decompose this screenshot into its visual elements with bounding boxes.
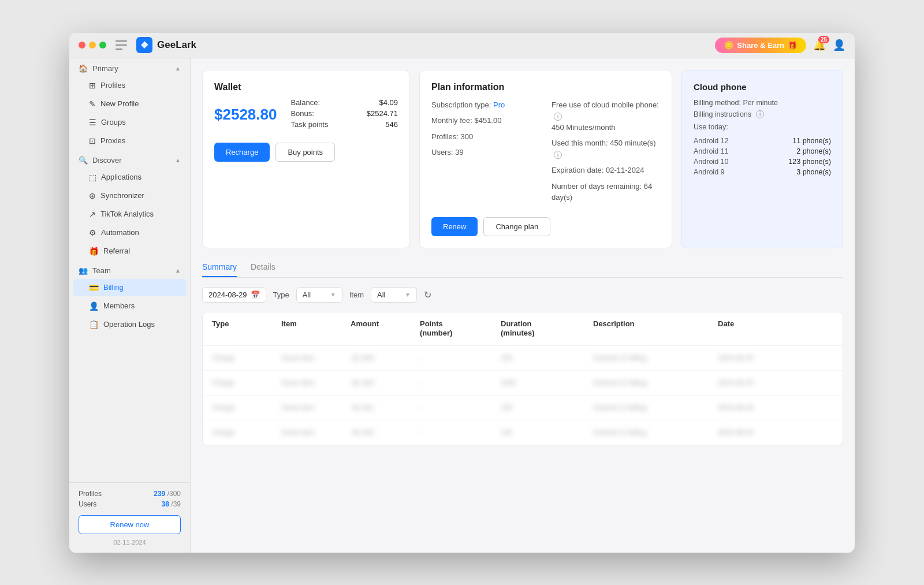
bonus-value: $2524.71 [367, 109, 398, 118]
renew-now-button[interactable]: Renew now [79, 515, 181, 534]
item-filter-select[interactable]: All ▼ [371, 287, 417, 303]
proxies-label: Proxies [100, 136, 125, 145]
cloud-phone-info-icon[interactable]: i [554, 113, 562, 121]
share-earn-button[interactable]: 🪙 Share & Earn 🎁 [715, 38, 806, 53]
sidebar-item-billing[interactable]: 💳 Billing [73, 279, 187, 296]
android11-row: Android 11 2 phone(s) [694, 147, 831, 155]
plan-profiles-row: Profiles: 300 [431, 131, 540, 143]
android12-count: 11 phone(s) [792, 137, 831, 145]
coin-icon: 🪙 [724, 41, 733, 50]
team-section-header[interactable]: 👥 Team ▲ [69, 260, 190, 278]
cloud-phone-card: Cloud phone Billing method: Per minute B… [681, 70, 843, 248]
date-filter[interactable]: 2024-08-29 📅 [202, 287, 266, 303]
row4-duration: 100 [501, 428, 593, 437]
app-name: GeeLark [157, 39, 196, 51]
primary-section-header[interactable]: 🏠 Primary ▲ [69, 58, 190, 76]
sidebar-item-automation[interactable]: ⚙ Automation [73, 224, 187, 241]
sidebar-item-profiles[interactable]: ⊞ Profiles [73, 77, 187, 94]
row4-points: - [420, 428, 501, 437]
android11-label: Android 11 [694, 147, 728, 155]
synchronizer-label: Synchronizer [100, 191, 144, 200]
plan-users-value: 39 [455, 148, 463, 157]
users-stat: Users 38 /39 [79, 500, 181, 508]
billing-method-value: Per minute [743, 99, 777, 107]
wallet-points-row: Task points 546 [290, 120, 398, 129]
row3-points: - [420, 404, 501, 412]
operation-logs-label: Operation Logs [103, 320, 155, 329]
sidebar-item-new-profile[interactable]: ✎ New Profile [73, 95, 187, 113]
sidebar-item-members[interactable]: 👤 Members [73, 297, 187, 315]
change-plan-button[interactable]: Change plan [483, 217, 550, 236]
cloud-phone-value: 450 Minutes/month [552, 123, 616, 132]
logo-area: GeeLark [136, 37, 196, 53]
table-row: Charge Some Item -$1.000 - 1000 Android … [203, 371, 843, 396]
titlebar-right: 🪙 Share & Earn 🎁 🔔 25 👤 [715, 38, 845, 53]
profiles-stat-label: Profiles [79, 490, 102, 498]
close-button[interactable] [79, 42, 85, 49]
cloud-phones-list: Android 12 11 phone(s) Android 11 2 phon… [694, 137, 831, 176]
wallet-actions: Recharge Buy points [214, 143, 398, 162]
sidebar-item-groups[interactable]: ☰ Groups [73, 114, 187, 131]
row3-item: Some Item [281, 404, 351, 412]
row2-type: Charge [212, 379, 281, 387]
col-item: Item [281, 319, 351, 339]
groups-label: Groups [101, 118, 126, 126]
billing-method-label: Billing method: [694, 99, 741, 107]
primary-section-label: Primary [92, 64, 118, 73]
days-remaining-row: Number of days remaining: 64 day(s) [552, 181, 660, 203]
sidebar-item-tiktok-analytics[interactable]: ↗ TikTok Analytics [73, 206, 187, 223]
discover-section-header[interactable]: 🔍 Discover ▲ [69, 150, 190, 168]
team-icon: 👥 [79, 266, 88, 275]
plan-left: Subscription type: Pro Monthly fee: $451… [431, 99, 540, 208]
user-profile-button[interactable]: 👤 [833, 39, 845, 51]
used-info-icon[interactable]: i [554, 151, 562, 159]
android10-label: Android 10 [694, 158, 728, 166]
row4-description: Android 12 billing [593, 428, 718, 437]
expiration-date-row: Expiration date: 02-11-2024 [552, 165, 660, 176]
recharge-button[interactable]: Recharge [214, 143, 270, 162]
profiles-total: /300 [167, 490, 181, 498]
subscription-type-row: Subscription type: Pro [431, 99, 540, 111]
notification-button[interactable]: 🔔 25 [813, 39, 826, 51]
minimize-button[interactable] [89, 42, 96, 49]
sidebar-item-synchronizer[interactable]: ⊕ Synchronizer [73, 187, 187, 204]
sidebar-item-proxies[interactable]: ⊡ Proxies [73, 132, 187, 150]
sidebar-item-applications[interactable]: ⬚ Applications [73, 169, 187, 186]
table-row: Charge Some Item -$1.000 - 100 Android 1… [203, 346, 843, 371]
tab-details[interactable]: Details [251, 258, 275, 277]
col-type: Type [212, 319, 281, 339]
android9-count: 3 phone(s) [796, 168, 831, 176]
row1-type: Charge [212, 354, 281, 362]
table-row: Charge Some Item -$1.000 - 100 Android 1… [203, 420, 843, 445]
tab-summary[interactable]: Summary [202, 258, 237, 277]
row4-type: Charge [212, 428, 281, 437]
used-this-month-value: 450 minute(s) [610, 139, 655, 147]
sidebar-toggle-button[interactable] [116, 40, 127, 50]
groups-icon: ☰ [89, 118, 96, 127]
sidebar-item-operation-logs[interactable]: 📋 Operation Logs [73, 316, 187, 333]
refresh-button[interactable]: ↻ [424, 289, 431, 300]
balance-value: $4.09 [379, 98, 398, 107]
table-row: Charge Some Item -$1.001 - 100 Android 1… [203, 396, 843, 420]
proxies-icon: ⊡ [89, 136, 96, 146]
sidebar-item-referral[interactable]: 🎁 Referral [73, 243, 187, 260]
type-filter-select[interactable]: All ▼ [296, 287, 342, 303]
plan-body: Subscription type: Pro Monthly fee: $451… [431, 99, 660, 208]
notification-badge: 25 [818, 36, 829, 43]
renew-plan-button[interactable]: Renew [431, 217, 478, 236]
maximize-button[interactable] [99, 42, 106, 49]
primary-chevron-icon: ▲ [175, 65, 181, 72]
wallet-title: Wallet [214, 82, 398, 92]
row3-amount: -$1.001 [351, 404, 420, 412]
plan-right: Free use of cloud mobile phone: i 450 Mi… [552, 99, 660, 208]
row1-points: - [420, 354, 501, 362]
main-layout: 🏠 Primary ▲ ⊞ Profiles ✎ New Profile ☰ G… [69, 58, 855, 553]
monthly-fee-value: $451.00 [474, 116, 501, 125]
buy-points-button[interactable]: Buy points [275, 143, 335, 162]
billing-instructions-info-icon[interactable]: i [756, 110, 764, 118]
row3-duration: 100 [501, 404, 593, 412]
type-chevron-icon: ▼ [330, 292, 336, 298]
bonus-label: Bonus: [290, 109, 314, 118]
logo-icon [136, 37, 152, 53]
plan-title: Plan information [431, 82, 660, 92]
